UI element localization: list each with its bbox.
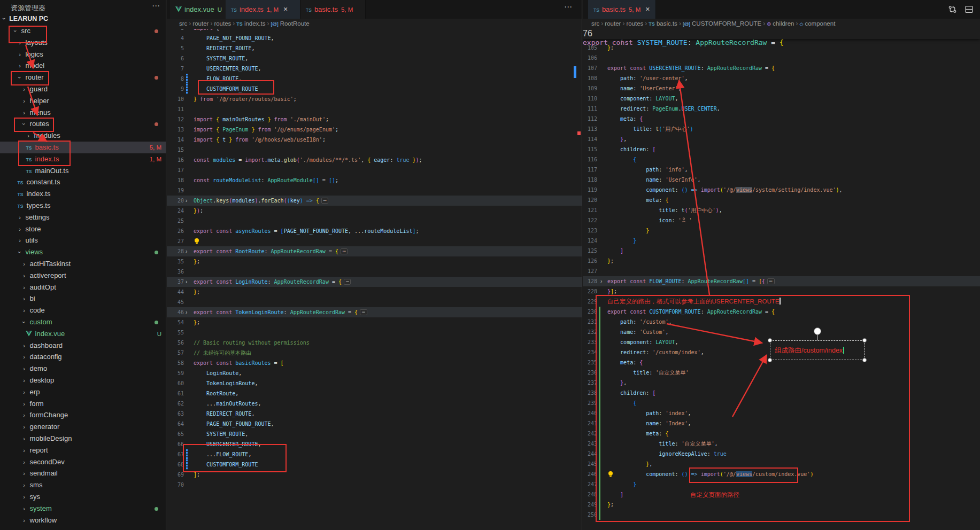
code-line-55: 55 (167, 328, 582, 338)
tree-item-form[interactable]: › form (0, 398, 166, 410)
editor-more-actions-button[interactable]: ⋯ (564, 2, 572, 12)
tree-item-formChange[interactable]: › formChange (0, 409, 166, 421)
project-section-header[interactable]: › LEARUN PC (3, 15, 169, 26)
tree-item-src[interactable]: › src (0, 25, 166, 37)
folded-code-ellipsis[interactable]: ⋯ (767, 278, 774, 284)
selection-handle[interactable] (862, 338, 867, 342)
breadcrumb-item-index-ts[interactable]: TSindex.ts (236, 20, 265, 27)
lightbulb-icon[interactable] (607, 470, 614, 480)
tree-item-secondDev[interactable]: › secondDev (0, 456, 166, 468)
folded-code-ellipsis[interactable]: ⋯ (341, 248, 348, 254)
code-editor-index-ts[interactable]: 3import {4 PAGE_NOT_FOUND_ROUTE,5 REDIRE… (167, 29, 582, 530)
chevron-right-icon: › (20, 282, 28, 293)
code-line-20: 20›Object.keys(modules).forEach((key) =>… (167, 196, 582, 206)
tree-item-dashboard[interactable]: › dashboard (0, 340, 166, 352)
tree-item-logics[interactable]: › logics (0, 49, 166, 60)
tab-basic-ts[interactable]: TSbasic.ts5, M (300, 0, 366, 19)
folded-code-ellipsis[interactable]: ⋯ (321, 198, 328, 204)
code-line-28: 28›export const RootRoute: AppRouteRecor… (167, 246, 582, 256)
close-icon[interactable]: × (283, 5, 288, 13)
tree-item-guard[interactable]: › guard (0, 83, 166, 95)
breadcrumb-item-basic-ts[interactable]: TSbasic.ts (649, 20, 677, 27)
compare-changes-icon[interactable] (948, 5, 957, 16)
annotation-textbox[interactable]: 组成路由/custom/index (770, 340, 865, 360)
breadcrumb-item-CUSTOMFORM_ROUTE[interactable]: [@]CUSTOMFORM_ROUTE (683, 20, 761, 27)
code-line-122: 122 icon: ' ' (583, 215, 980, 225)
selection-handle[interactable] (768, 338, 772, 342)
tree-item-index-vue[interactable]: index.vueU (0, 328, 166, 340)
tree-item-code[interactable]: › code (0, 305, 166, 316)
tab-index-ts[interactable]: TSindex.ts1, M× (226, 0, 300, 19)
tree-item-workflow[interactable]: › workflow (0, 515, 166, 526)
code-line-4: 4 PAGE_NOT_FOUND_ROUTE, (167, 33, 582, 43)
breadcrumb-item-router[interactable]: router (605, 20, 621, 27)
tab-index-vue[interactable]: index.vueU (170, 0, 228, 19)
fold-chevron-icon[interactable]: › (186, 307, 187, 317)
tree-item-activereport[interactable]: › activereport (0, 270, 166, 282)
tree-item-erp[interactable]: › erp (0, 386, 166, 398)
fold-chevron-icon[interactable]: › (186, 196, 187, 206)
selection-handle[interactable] (768, 358, 772, 362)
fold-chevron-icon[interactable]: › (186, 246, 187, 256)
tree-item-views[interactable]: › views (0, 246, 166, 258)
code-line-59: 59 LoginRoute, (167, 368, 582, 378)
close-icon[interactable]: × (645, 5, 650, 13)
tree-item-layouts[interactable]: › layouts (0, 37, 166, 49)
tree-item-demo[interactable]: › demo (0, 363, 166, 375)
lightbulb-icon[interactable] (194, 237, 200, 247)
split-editor-icon[interactable] (964, 5, 974, 16)
explorer-more-actions-button[interactable]: ⋯ (152, 1, 160, 11)
folded-code-ellipsis[interactable]: ⋯ (360, 309, 367, 315)
breadcrumb-item-src[interactable]: src (179, 20, 187, 27)
tree-item-dataconfig[interactable]: › dataconfig (0, 351, 166, 363)
tree-item-helper[interactable]: › helper (0, 95, 166, 107)
code-editor-basic-ts[interactable]: ]105};106107export const USERCENTER_ROUT… (583, 29, 980, 530)
line-number: 238 (583, 388, 597, 398)
tree-item-sys[interactable]: › sys (0, 491, 166, 503)
breadcrumb-item-routes[interactable]: routes (214, 20, 231, 27)
tree-item-index-ts[interactable]: TS index.ts (0, 188, 166, 200)
fold-chevron-icon[interactable]: › (186, 277, 187, 287)
tree-item-settings[interactable]: › settings (0, 212, 166, 223)
tree-item-label: mobileDesign (28, 434, 72, 442)
tree-item-constant-ts[interactable]: TS constant.ts (0, 176, 166, 188)
selection-handle[interactable] (862, 358, 867, 362)
breadcrumb-item-RootRoute[interactable]: [@]RootRoute (271, 20, 310, 27)
breadcrumb-item-routes[interactable]: routes (626, 20, 643, 27)
tree-item-mainOut-ts[interactable]: TS mainOut.ts (0, 165, 166, 177)
code-line-121: 121 title: t('用户中心'), (583, 205, 980, 215)
tree-item-mobileDesign[interactable]: › mobileDesign (0, 433, 166, 445)
breadcrumb-item-src[interactable]: src (591, 20, 599, 27)
breadcrumb-item-children[interactable]: ⚙children (767, 20, 794, 27)
tree-item-utils[interactable]: › utils (0, 235, 166, 246)
line-number: 14 (167, 135, 184, 145)
tree-item-router[interactable]: › router (0, 72, 166, 83)
tree-item-bi[interactable]: › bi (0, 293, 166, 305)
tree-item-routes[interactable]: › routes (0, 118, 166, 130)
tree-item-auditOpt[interactable]: › auditOpt (0, 282, 166, 293)
tree-item-report[interactable]: › report (0, 445, 166, 456)
tree-item-label: menus (28, 108, 51, 116)
tree-item-menus[interactable]: › menus (0, 107, 166, 119)
tree-item-custom[interactable]: › custom (0, 316, 166, 328)
tree-item-sms[interactable]: › sms (0, 479, 166, 491)
tree-item-model[interactable]: › model (0, 60, 166, 72)
rotation-handle[interactable] (814, 328, 821, 335)
tree-item-basic-ts[interactable]: TS basic.ts5, M (0, 142, 166, 153)
tree-item-generator[interactable]: › generator (0, 421, 166, 433)
tree-item-types-ts[interactable]: TS types.ts (0, 200, 166, 212)
tree-item-system[interactable]: › system (0, 503, 166, 515)
breadcrumb-item-component[interactable]: ◇component (800, 20, 836, 27)
tree-item-modules[interactable]: › modules (0, 130, 166, 142)
fold-chevron-icon[interactable]: › (600, 276, 602, 286)
code-line-65: 65 SYSTEM_ROUTE, (167, 429, 582, 439)
tree-item-actHiTaskinst[interactable]: › actHiTaskinst (0, 258, 166, 270)
tree-item-store[interactable]: › store (0, 223, 166, 235)
tree-item-desktop[interactable]: › desktop (0, 375, 166, 386)
breadcrumb-item-router[interactable]: router (192, 20, 209, 27)
sticky-scroll-line[interactable]: 76export const SYSTEM_ROUTE: AppRouteRec… (583, 29, 980, 39)
tree-item-index-ts[interactable]: TS index.ts1, M (0, 153, 166, 165)
tree-item-sendmail[interactable]: › sendmail (0, 467, 166, 479)
tab-basic-ts[interactable]: TSbasic.ts5, M× (588, 0, 656, 19)
folded-code-ellipsis[interactable]: ⋯ (344, 279, 351, 285)
